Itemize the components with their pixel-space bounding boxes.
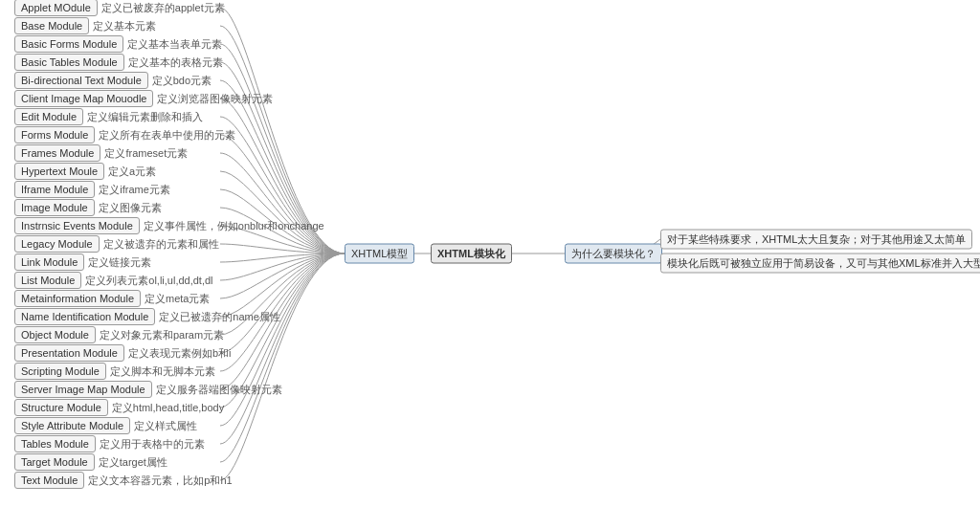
node-为什么要模块化？: 为什么要模块化？ [565,244,662,264]
node-desc: 定义基本元素 [93,20,156,32]
node-desc: 定义frameset元素 [104,147,188,159]
node-instrnsic-events-module: Instrnsic Events Module定义事件属性，例如onblur和o… [14,217,324,234]
node-box: Forms Module [14,126,95,143]
node-structure-module: Structure Module定义html,head,title,body [14,399,224,416]
node-box: Style Attribute Module [14,417,130,434]
node-basic-forms-module: Basic Forms Module定义基本当表单元素 [14,35,222,53]
node-box: XHTML模型 [345,244,414,264]
node-box: Applet MOdule [14,0,98,16]
node-list-module: List Module定义列表元素ol,li,ul,dd,dt,dl [14,272,213,289]
node-xhtml模型: XHTML模型 [345,244,414,264]
node-box: Server Image Map Module [14,381,152,398]
node-tables-module: Tables Module定义用于表格中的元素 [14,435,205,452]
node-desc: 定义基本当表单元素 [127,38,222,50]
node-desc: 定义已被废弃的applet元素 [101,2,225,13]
node-desc: 定义图像元素 [99,202,162,213]
node-box: Base Module [14,17,89,34]
node-box: Instrnsic Events Module [14,217,140,234]
node-box: Text Module [14,472,84,489]
node-box: Client Image Map Mouodle [14,90,153,107]
node-box: Presentation Module [14,344,124,362]
node-desc: 定义被遗弃的元素和属性 [103,238,219,250]
node-desc: 定义已被遗弃的name属性 [159,311,280,322]
node-desc: 定义编辑元素删除和插入 [87,111,203,122]
node-hypertext-moule: Hypertext Moule定义a元素 [14,163,156,180]
node-box: Edit Module [14,108,83,125]
node-desc: 定义列表元素ol,li,ul,dd,dt,dl [85,275,212,286]
node-box: List Module [14,272,81,289]
node-对于某些特殊要求，xhtml太大且复杂；对于其他用途又太简单: 对于某些特殊要求，XHTML太大且复杂；对于其他用途又太简单 [660,230,972,250]
node-box: 对于某些特殊要求，XHTML太大且复杂；对于其他用途又太简单 [660,230,972,250]
node-desc: 定义浏览器图像映射元素 [157,93,273,104]
node-xhtml模块化: XHTML模块化 [431,244,512,264]
node-box: Iframe Module [14,181,95,198]
node-desc: 定义表现元素例如b和i [128,347,232,359]
node-desc: 定义服务器端图像映射元素 [156,384,282,395]
node-box: Structure Module [14,399,108,416]
node-box: Basic Forms Module [14,35,123,53]
node-box: Basic Tables Module [14,54,124,71]
node-box: 模块化后既可被独立应用于简易设备，又可与其他XML标准并入大型且复杂的应用程序 [660,254,980,274]
node-desc: 定义样式属性 [134,420,197,431]
node-client-image-map-mouodle: Client Image Map Mouodle定义浏览器图像映射元素 [14,90,273,107]
node-box: Metainformation Module [14,290,141,307]
node-text-module: Text Module定义文本容器元素，比如p和h1 [14,472,233,489]
node-desc: 定义meta元素 [145,293,210,304]
node-desc: 定义iframe元素 [99,184,170,195]
node-applet-module: Applet MOdule定义已被废弃的applet元素 [14,0,225,16]
node-box: Scripting Module [14,363,106,380]
node-desc: 定义bdo元素 [152,75,212,86]
node-desc: 定义html,head,title,body [112,402,224,413]
node-style-attribute-module: Style Attribute Module定义样式属性 [14,417,197,434]
node-frames-module: Frames Module定义frameset元素 [14,144,188,162]
node-base-module: Base Module定义基本元素 [14,17,156,34]
node-box: XHTML模块化 [431,244,512,264]
node-desc: 定义事件属性，例如onblur和onchange [144,220,324,231]
node-desc: 定义对象元素和param元素 [100,329,224,341]
node-link-module: Link Module定义链接元素 [14,254,151,271]
node-box: Object Module [14,326,96,343]
node-模块化后既可被独立应用于简易设备，又可与其他xml标准并入大型且复杂的应用程序: 模块化后既可被独立应用于简易设备，又可与其他XML标准并入大型且复杂的应用程序 [660,254,980,274]
node-desc: 定义脚本和无脚本元素 [110,365,215,377]
node-box: Target Module [14,453,95,471]
node-metainformation-module: Metainformation Module定义meta元素 [14,290,210,307]
node-box: Link Module [14,254,84,271]
node-box: Image Module [14,199,95,216]
mind-map: Applet MOdule定义已被废弃的applet元素Base Module定… [0,0,980,507]
node-desc: 定义a元素 [108,165,156,177]
node-edit-module: Edit Module定义编辑元素删除和插入 [14,108,203,125]
node-forms-module: Forms Module定义所有在表单中使用的元素 [14,126,235,143]
node-scripting-module: Scripting Module定义脚本和无脚本元素 [14,363,215,380]
node-bi-directional-text-module: Bi-directional Text Module定义bdo元素 [14,72,212,89]
node-desc: 定义用于表格中的元素 [100,438,205,450]
node-desc: 定义基本的表格元素 [128,56,223,68]
node-desc: 定义文本容器元素，比如p和h1 [88,474,232,486]
node-desc: 定义所有在表单中使用的元素 [99,129,235,141]
node-box: 为什么要模块化？ [565,244,662,264]
node-basic-tables-module: Basic Tables Module定义基本的表格元素 [14,54,223,71]
node-name-identification-module: Name Identification Module定义已被遗弃的name属性 [14,308,280,325]
node-image-module: Image Module定义图像元素 [14,199,162,216]
node-presentation-module: Presentation Module定义表现元素例如b和i [14,344,231,362]
node-desc: 定义target属性 [99,456,167,468]
node-desc: 定义链接元素 [88,256,151,268]
node-box: Name Identification Module [14,308,155,325]
node-iframe-module: Iframe Module定义iframe元素 [14,181,170,198]
node-box: Tables Module [14,435,96,452]
node-object-module: Object Module定义对象元素和param元素 [14,326,224,343]
node-target-module: Target Module定义target属性 [14,453,167,471]
node-box: Frames Module [14,144,100,162]
node-box: Bi-directional Text Module [14,72,148,89]
node-legacy-module: Legacy Module定义被遗弃的元素和属性 [14,235,219,253]
node-server-image-map-module: Server Image Map Module定义服务器端图像映射元素 [14,381,282,398]
node-box: Legacy Module [14,235,100,253]
node-box: Hypertext Moule [14,163,104,180]
